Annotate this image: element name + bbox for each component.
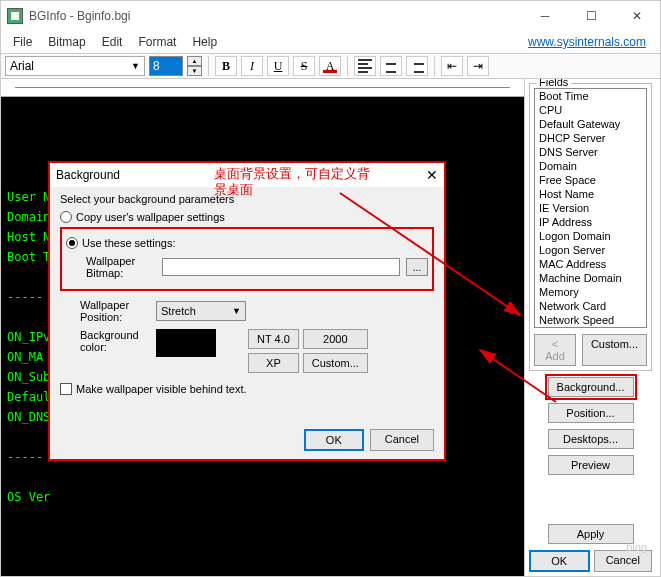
preset-nt40-button[interactable]: NT 4.0: [248, 329, 299, 349]
bold-button[interactable]: B: [215, 56, 237, 76]
align-right-button[interactable]: [406, 56, 428, 76]
field-item[interactable]: Logon Domain: [535, 229, 646, 243]
wallpaper-position-label: Wallpaper Position:: [80, 299, 150, 323]
main-ok-button[interactable]: OK: [529, 550, 590, 572]
fields-group: Fields Boot TimeCPUDefault GatewayDHCP S…: [529, 83, 652, 371]
radio-copy-wallpaper[interactable]: Copy user's wallpaper settings: [60, 211, 434, 223]
strike-button[interactable]: S: [293, 56, 315, 76]
main-cancel-button[interactable]: Cancel: [594, 550, 653, 572]
field-item[interactable]: Machine Domain: [535, 271, 646, 285]
radio-icon: [66, 237, 78, 249]
wallpaper-position-select[interactable]: Stretch▼: [156, 301, 246, 321]
window-title: BGInfo - Bginfo.bgi: [29, 9, 130, 23]
field-item[interactable]: IE Version: [535, 201, 646, 215]
color-swatch: [156, 329, 216, 357]
menubar: File Bitmap Edit Format Help www.sysinte…: [1, 31, 660, 53]
field-item[interactable]: Memory: [535, 285, 646, 299]
side-panel: Fields Boot TimeCPUDefault GatewayDHCP S…: [525, 79, 660, 576]
field-item[interactable]: Domain: [535, 159, 646, 173]
italic-button[interactable]: I: [241, 56, 263, 76]
menu-bitmap[interactable]: Bitmap: [40, 33, 93, 51]
menu-edit[interactable]: Edit: [94, 33, 131, 51]
desktops-button[interactable]: Desktops...: [548, 429, 634, 449]
custom-field-button[interactable]: Custom...: [582, 334, 647, 366]
field-item[interactable]: Host Name: [535, 187, 646, 201]
dialog-close-button[interactable]: ✕: [426, 167, 438, 183]
fields-listbox[interactable]: Boot TimeCPUDefault GatewayDHCP ServerDN…: [534, 88, 647, 328]
preset-2000-button[interactable]: 2000: [303, 329, 368, 349]
titlebar: BGInfo - Bginfo.bgi ─ ☐ ✕: [1, 1, 660, 31]
field-item[interactable]: DHCP Server: [535, 131, 646, 145]
dialog-title: Background: [56, 168, 120, 182]
field-item[interactable]: Default Gateway: [535, 117, 646, 131]
tab-left-button[interactable]: ⇤: [441, 56, 463, 76]
ruler[interactable]: [1, 79, 524, 97]
background-button[interactable]: Background...: [548, 377, 634, 397]
dialog-cancel-button[interactable]: Cancel: [370, 429, 434, 451]
toolbar: Arial▼ 8 ▲▼ B I U S A ⇤ ⇥: [1, 53, 660, 79]
app-icon: [7, 8, 23, 24]
sysinternals-link[interactable]: www.sysinternals.com: [528, 35, 656, 49]
apply-button[interactable]: Apply: [548, 524, 634, 544]
chevron-down-icon: ▼: [131, 61, 140, 71]
field-item[interactable]: IP Address: [535, 215, 646, 229]
font-color-button[interactable]: A: [319, 56, 341, 76]
dialog-ok-button[interactable]: OK: [304, 429, 364, 451]
chevron-down-icon: ▼: [232, 306, 241, 316]
background-color-label: Background color:: [80, 329, 150, 353]
checkbox-icon: [60, 383, 72, 395]
field-item[interactable]: Logon Server: [535, 243, 646, 257]
menu-file[interactable]: File: [5, 33, 40, 51]
visible-behind-checkbox[interactable]: Make wallpaper visible behind text.: [60, 383, 434, 395]
align-center-button[interactable]: [380, 56, 402, 76]
font-select[interactable]: Arial▼: [5, 56, 145, 76]
font-size-spinner[interactable]: ▲▼: [187, 56, 202, 76]
align-left-button[interactable]: [354, 56, 376, 76]
tab-right-button[interactable]: ⇥: [467, 56, 489, 76]
field-item[interactable]: Network Card: [535, 299, 646, 313]
field-item[interactable]: Network Type: [535, 327, 646, 328]
fields-legend: Fields: [536, 79, 571, 88]
annotation-text: 桌面背景设置，可自定义背景桌面: [214, 166, 374, 198]
radio-icon: [60, 211, 72, 223]
maximize-button[interactable]: ☐: [568, 1, 614, 31]
browse-button[interactable]: ...: [406, 258, 428, 276]
wallpaper-bitmap-label: Wallpaper Bitmap:: [86, 255, 156, 279]
preset-xp-button[interactable]: XP: [248, 353, 299, 373]
field-item[interactable]: Network Speed: [535, 313, 646, 327]
position-button[interactable]: Position...: [548, 403, 634, 423]
add-field-button[interactable]: < Add: [534, 334, 576, 366]
minimize-button[interactable]: ─: [522, 1, 568, 31]
menu-format[interactable]: Format: [130, 33, 184, 51]
field-item[interactable]: MAC Address: [535, 257, 646, 271]
font-size-input[interactable]: 8: [149, 56, 183, 76]
field-item[interactable]: Boot Time: [535, 89, 646, 103]
preview-button[interactable]: Preview: [548, 455, 634, 475]
background-dialog: Background ✕ Select your background para…: [48, 161, 446, 461]
close-button[interactable]: ✕: [614, 1, 660, 31]
underline-button[interactable]: U: [267, 56, 289, 76]
field-item[interactable]: CPU: [535, 103, 646, 117]
radio-use-settings[interactable]: Use these settings:: [66, 237, 428, 249]
wallpaper-bitmap-input[interactable]: [162, 258, 400, 276]
field-item[interactable]: Free Space: [535, 173, 646, 187]
watermark: blog: [626, 541, 647, 553]
settings-group-highlight: Use these settings: Wallpaper Bitmap: ..…: [60, 227, 434, 291]
field-item[interactable]: DNS Server: [535, 145, 646, 159]
menu-help[interactable]: Help: [184, 33, 225, 51]
preset-custom-button[interactable]: Custom...: [303, 353, 368, 373]
